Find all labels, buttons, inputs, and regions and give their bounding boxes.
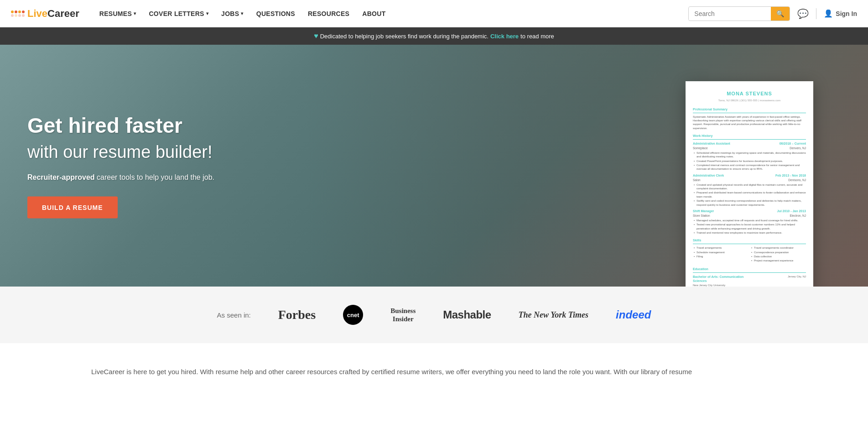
resume-bullet: Managed schedules, accepted time off req… [693, 219, 806, 222]
nav-cover-letters[interactable]: COVER LETTERS ▾ [143, 6, 214, 21]
logo[interactable]: LiveCareer [11, 8, 79, 20]
media-logos: Forbes cnet BusinessInsider Mashable The… [278, 305, 651, 325]
logo-text: LiveCareer [27, 8, 79, 20]
logo-dot [11, 14, 14, 17]
resume-job-2-title: Administrative ClerkFeb 2013 - Nov 2018 [693, 173, 806, 178]
nav-about[interactable]: ABOUT [357, 6, 391, 21]
resume-section-education: Education [693, 267, 806, 273]
resume-degree: Bachelor of Arts: Communication Sciences [693, 275, 748, 284]
resume-name: MONA STEVENS [693, 90, 806, 97]
resume-bullet: Prepared and distributed team-based comm… [693, 191, 806, 198]
pandemic-banner: ♥ Dedicated to helping job seekers find … [0, 27, 868, 45]
resume-bullet: Tested new promotional approaches to boo… [693, 223, 806, 230]
signin-button[interactable]: 👤 Sign In [824, 9, 857, 18]
resume-job-2-company: SalonDenisons, NJ [693, 178, 806, 182]
cnet-logo: cnet [343, 305, 363, 325]
resume-skill: Travel arrangements coordinator [750, 246, 806, 250]
resume-edu-location: Jersey City, NJ [750, 275, 806, 278]
resume-skill: Correspondence preparation [750, 251, 806, 254]
signin-icon: 👤 [824, 9, 833, 18]
nyt-logo: The New York Times [519, 310, 589, 320]
bottom-section: LiveCareer is here to get you hired. Wit… [0, 343, 868, 401]
logo-dot [18, 10, 21, 13]
nav-questions[interactable]: QUESTIONS [251, 6, 301, 21]
hero-content: Get hired faster with our resume builder… [27, 113, 214, 219]
hero-title-line2: with our resume builder! [27, 142, 214, 163]
chevron-down-icon: ▾ [134, 11, 136, 16]
resume-bullet: Trained and mentored new employees to ma… [693, 231, 806, 235]
chat-icon[interactable]: 💬 [797, 8, 809, 19]
logo-dot [15, 10, 17, 13]
as-seen-in-section: As seen in: Forbes cnet BusinessInsider … [0, 287, 868, 343]
resume-skill: Project management experience [750, 259, 806, 262]
resume-bullet: Created and updated physical records and… [693, 183, 806, 191]
search-button[interactable]: 🔍 [771, 7, 790, 21]
nav-items: RESUMES ▾ COVER LETTERS ▾ JOBS ▾ QUESTIO… [94, 6, 689, 21]
resume-skill: Data collection [750, 255, 806, 258]
banner-link[interactable]: Click here [490, 33, 519, 40]
resume-skill: Filing [693, 255, 748, 258]
navbar: LiveCareer RESUMES ▾ COVER LETTERS ▾ JOB… [0, 0, 868, 27]
build-resume-button[interactable]: BUILD A RESUME [27, 196, 118, 218]
nav-resources[interactable]: RESOURCES [302, 6, 355, 21]
hero-description: Recruiter-approved career tools to help … [27, 172, 214, 183]
chevron-down-icon: ▾ [241, 11, 243, 16]
search-box: 🔍 [688, 6, 790, 21]
resume-contact: Toms, NJ 08629 | (301) 555-555 | monaste… [693, 99, 806, 102]
search-icon: 🔍 [776, 10, 784, 17]
resume-school: New Jersey City University [693, 283, 748, 287]
resume-job-1-company: SomeplaceDenvers, NJ [693, 146, 806, 150]
logo-dot [18, 14, 21, 17]
business-insider-logo: BusinessInsider [390, 307, 416, 323]
chevron-down-icon: ▾ [206, 11, 208, 16]
resume-job-3-company: Store StationElectron, NJ [693, 214, 806, 218]
resume-section-summary: Professional Summary [693, 107, 806, 113]
logo-dot [15, 14, 17, 17]
indeed-logo: indeed [616, 308, 651, 321]
forbes-logo: Forbes [278, 308, 316, 322]
logo-dots [11, 10, 25, 17]
nav-divider [816, 8, 816, 19]
resume-skills: Travel arrangements Schedule management … [693, 246, 806, 263]
nav-jobs[interactable]: JOBS ▾ [216, 6, 249, 21]
bottom-text: LiveCareer is here to get you hired. Wit… [91, 366, 777, 378]
resume-skill: Schedule management [693, 251, 748, 254]
logo-dot [11, 10, 14, 13]
resume-education: Bachelor of Arts: Communication Sciences… [693, 275, 806, 287]
mashable-logo: Mashable [443, 308, 491, 321]
hero-section: Get hired faster with our resume builder… [0, 45, 868, 287]
resume-section-skills: Skills [693, 238, 806, 244]
resume-bullet: Completed internal memos and contract co… [693, 163, 806, 171]
resume-bullet: Created PowerPoint presentations for bus… [693, 159, 806, 163]
heart-icon: ♥ [314, 32, 318, 40]
hero-title-line1: Get hired faster [27, 113, 214, 138]
resume-summary-text: Systematic Administrative Assistant with… [693, 115, 806, 130]
resume-section-work: Work History [693, 134, 806, 140]
resume-job-1-title: Administrative Assistant06/2018 – Curren… [693, 141, 806, 146]
logo-dot [22, 10, 25, 13]
resume-job-3-title: Shift ManagerJul 2010 - Jan 2013 [693, 209, 806, 214]
nav-resumes[interactable]: RESUMES ▾ [94, 6, 142, 21]
nav-icons: 💬 👤 Sign In [797, 8, 857, 19]
resume-bullet: Scheduled efficient meetings by organizi… [693, 151, 806, 159]
search-input[interactable] [689, 7, 771, 20]
resume-bullet: Swiftly sent and coded incoming correspo… [693, 199, 806, 207]
resume-preview-card: MONA STEVENS Toms, NJ 08629 | (301) 555-… [686, 81, 813, 287]
resume-skill: Travel arrangements [693, 246, 748, 250]
logo-dot [22, 14, 25, 17]
as-seen-label: As seen in: [217, 311, 251, 319]
